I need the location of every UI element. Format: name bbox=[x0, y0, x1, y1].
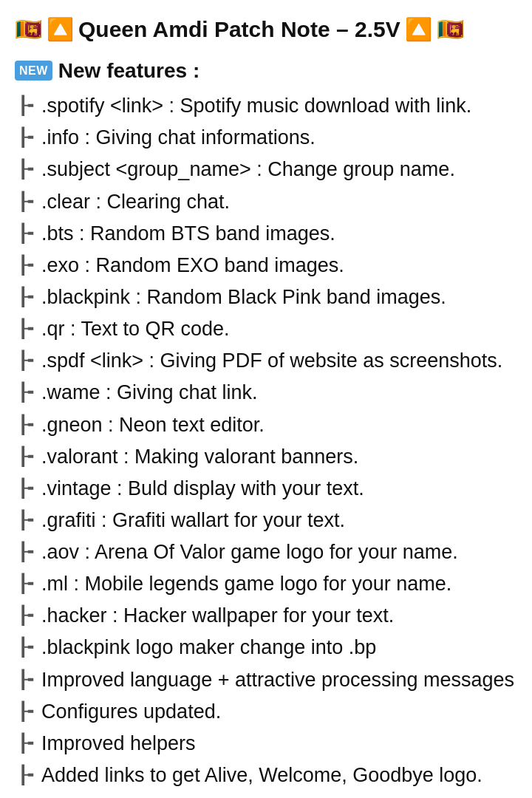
list-item-text: Added links to get Alive, Welcome, Goodb… bbox=[41, 761, 482, 790]
cmd-bullet-icon: ┠╸ bbox=[18, 508, 38, 533]
cmd-bullet-icon: ┠╸ bbox=[18, 380, 38, 406]
cmd-bullet-icon: ┠╸ bbox=[18, 731, 38, 757]
list-item-text: .hacker : Hacker wallpaper for your text… bbox=[41, 601, 394, 630]
cmd-bullet-icon: ┠╸ bbox=[18, 603, 38, 629]
cmd-bullet-icon: ┠╸ bbox=[18, 635, 38, 661]
flag-icon-2: 🇱🇰 bbox=[437, 13, 464, 46]
list-item-text: .valorant : Making valorant banners. bbox=[41, 443, 358, 471]
list-item-text: Configures updated. bbox=[41, 698, 221, 726]
list-item: ┠╸Improved helpers bbox=[15, 729, 517, 758]
list-item-text: Improved helpers bbox=[41, 729, 196, 758]
cmd-bullet-icon: ┠╸ bbox=[18, 763, 38, 788]
cmd-bullet-icon: ┠╸ bbox=[18, 93, 38, 119]
list-item: ┠╸.vintage : Buld display with your text… bbox=[15, 474, 517, 503]
cmd-bullet-icon: ┠╸ bbox=[18, 189, 38, 215]
list-item-text: .vintage : Buld display with your text. bbox=[41, 474, 364, 503]
arrow-up-icon-2: 🔼 bbox=[405, 13, 432, 46]
list-item: ┠╸.info : Giving chat informations. bbox=[15, 123, 517, 152]
list-item: ┠╸.subject <group_name> : Change group n… bbox=[15, 155, 517, 184]
list-item-text: .wame : Giving chat link. bbox=[41, 378, 258, 407]
list-item: ┠╸.grafiti : Grafiti wallart for your te… bbox=[15, 506, 517, 535]
new-badge: NEW bbox=[15, 61, 52, 81]
list-item: ┠╸.hacker : Hacker wallpaper for your te… bbox=[15, 601, 517, 630]
new-features-list: ┠╸.spotify <link> : Spotify music downlo… bbox=[15, 92, 517, 790]
list-item: ┠╸.valorant : Making valorant banners. bbox=[15, 443, 517, 471]
list-item-text: Improved language + attractive processin… bbox=[41, 666, 514, 695]
list-item-text: .qr : Text to QR code. bbox=[41, 315, 230, 344]
list-item: ┠╸.spdf <link> : Giving PDF of website a… bbox=[15, 347, 517, 375]
list-item-text: .spotify <link> : Spotify music download… bbox=[41, 92, 471, 120]
cmd-bullet-icon: ┠╸ bbox=[18, 284, 38, 310]
list-item-text: .subject <group_name> : Change group nam… bbox=[41, 155, 455, 184]
cmd-bullet-icon: ┠╸ bbox=[18, 444, 38, 470]
cmd-bullet-icon: ┠╸ bbox=[18, 125, 38, 151]
list-item: ┠╸.clear : Clearing chat. bbox=[15, 188, 517, 216]
page-title: 🇱🇰 🔼 Queen Amdi Patch Note – 2.5V 🔼 🇱🇰 bbox=[15, 13, 517, 46]
list-item-text: .clear : Clearing chat. bbox=[41, 188, 230, 216]
list-item-text: .exo : Random EXO band images. bbox=[41, 251, 344, 280]
list-item: ┠╸.blackpink logo maker change into .bp bbox=[15, 633, 517, 662]
arrow-up-icon-1: 🔼 bbox=[47, 13, 74, 46]
flag-icon-1: 🇱🇰 bbox=[15, 13, 42, 46]
list-item-text: .info : Giving chat informations. bbox=[41, 123, 316, 152]
cmd-bullet-icon: ┠╸ bbox=[18, 667, 38, 693]
list-item: ┠╸.exo : Random EXO band images. bbox=[15, 251, 517, 280]
list-item-text: .gneon : Neon text editor. bbox=[41, 411, 265, 440]
title-text: Queen Amdi Patch Note – 2.5V bbox=[78, 13, 400, 46]
cmd-bullet-icon: ┠╸ bbox=[18, 253, 38, 279]
cmd-bullet-icon: ┠╸ bbox=[18, 316, 38, 342]
cmd-bullet-icon: ┠╸ bbox=[18, 412, 38, 438]
cmd-bullet-icon: ┠╸ bbox=[18, 157, 38, 183]
cmd-bullet-icon: ┠╸ bbox=[18, 348, 38, 374]
list-item: ┠╸.qr : Text to QR code. bbox=[15, 315, 517, 344]
cmd-bullet-icon: ┠╸ bbox=[18, 571, 38, 597]
list-item-text: .aov : Arena Of Valor game logo for your… bbox=[41, 538, 458, 567]
list-item-text: .bts : Random BTS band images. bbox=[41, 219, 335, 248]
list-item: ┠╸.ml : Mobile legends game logo for you… bbox=[15, 570, 517, 598]
cmd-bullet-icon: ┠╸ bbox=[18, 476, 38, 502]
cmd-bullet-icon: ┠╸ bbox=[18, 539, 38, 565]
cmd-bullet-icon: ┠╸ bbox=[18, 221, 38, 247]
list-item: ┠╸.gneon : Neon text editor. bbox=[15, 411, 517, 440]
new-features-header: NEW New features : bbox=[15, 56, 517, 86]
list-item: ┠╸.wame : Giving chat link. bbox=[15, 378, 517, 407]
list-item-text: .ml : Mobile legends game logo for your … bbox=[41, 570, 451, 598]
list-item-text: .blackpink logo maker change into .bp bbox=[41, 633, 376, 662]
list-item: ┠╸Improved language + attractive process… bbox=[15, 666, 517, 695]
list-item: ┠╸.blackpink : Random Black Pink band im… bbox=[15, 283, 517, 312]
list-item: ┠╸.aov : Arena Of Valor game logo for yo… bbox=[15, 538, 517, 567]
cmd-bullet-icon: ┠╸ bbox=[18, 699, 38, 725]
list-item-text: .grafiti : Grafiti wallart for your text… bbox=[41, 506, 345, 535]
list-item: ┠╸Configures updated. bbox=[15, 698, 517, 726]
list-item-text: .blackpink : Random Black Pink band imag… bbox=[41, 283, 446, 312]
list-item: ┠╸.spotify <link> : Spotify music downlo… bbox=[15, 92, 517, 120]
list-item-text: .spdf <link> : Giving PDF of website as … bbox=[41, 347, 502, 375]
new-features-label: New features : bbox=[58, 56, 200, 86]
list-item: ┠╸.bts : Random BTS band images. bbox=[15, 219, 517, 248]
list-item: ┠╸Added links to get Alive, Welcome, Goo… bbox=[15, 761, 517, 790]
